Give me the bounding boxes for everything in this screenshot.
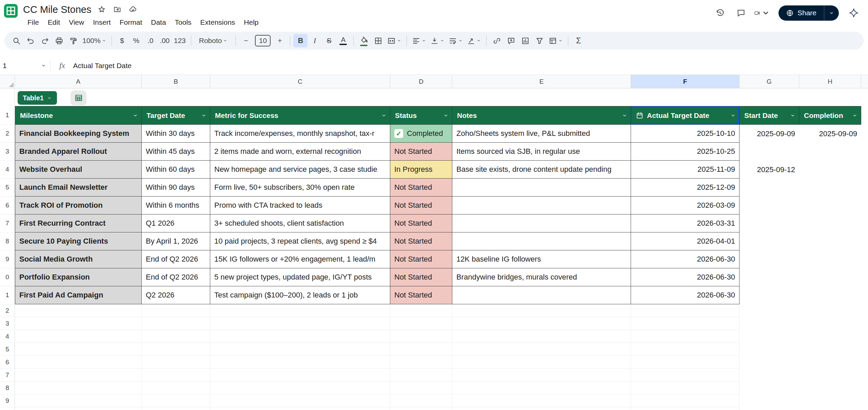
empty-cell[interactable] bbox=[452, 304, 631, 317]
search-button[interactable] bbox=[9, 34, 23, 47]
cell-completion[interactable] bbox=[799, 143, 861, 161]
empty-cell[interactable] bbox=[210, 356, 390, 369]
table-header-notes[interactable]: Notes bbox=[452, 106, 631, 125]
empty-cell[interactable] bbox=[210, 382, 390, 394]
cell-start-date[interactable] bbox=[739, 268, 799, 286]
column-header-C[interactable]: C bbox=[210, 75, 390, 88]
text-color-button[interactable]: A bbox=[336, 34, 350, 47]
empty-cell[interactable] bbox=[452, 317, 631, 330]
empty-cell[interactable] bbox=[142, 382, 210, 394]
cell-actual-target-date[interactable]: 2025-11-09 bbox=[631, 161, 739, 179]
empty-cell[interactable] bbox=[390, 382, 452, 394]
font-size-button[interactable]: 10 bbox=[253, 34, 273, 47]
cell-metric[interactable]: Form live, 50+ subscribers, 30% open rat… bbox=[210, 179, 390, 197]
cell-target-date[interactable]: By April 1, 2026 bbox=[142, 232, 210, 250]
cell-status[interactable]: Not Started bbox=[390, 214, 452, 232]
empty-cell[interactable] bbox=[15, 394, 142, 407]
cell-start-date[interactable] bbox=[739, 143, 799, 161]
meet-camera-button[interactable] bbox=[754, 5, 770, 21]
empty-cell[interactable] bbox=[631, 369, 739, 382]
empty-cell[interactable] bbox=[631, 356, 739, 369]
table-header-status[interactable]: Status bbox=[390, 106, 452, 125]
column-header-D[interactable]: D bbox=[390, 75, 452, 88]
cell-notes[interactable] bbox=[452, 197, 631, 214]
font-family-button[interactable]: Roboto bbox=[194, 34, 233, 47]
menu-data[interactable]: Data bbox=[146, 17, 170, 27]
cell-milestone[interactable]: Launch Email Newsletter bbox=[15, 179, 142, 197]
cell-start-date[interactable] bbox=[739, 250, 799, 268]
empty-cell[interactable] bbox=[210, 304, 390, 317]
empty-cell[interactable] bbox=[142, 407, 210, 410]
row-header-9[interactable]: 9 bbox=[0, 250, 15, 268]
empty-cell[interactable] bbox=[210, 407, 390, 410]
zoom-button[interactable]: 100% bbox=[80, 34, 108, 47]
empty-cell[interactable] bbox=[142, 394, 210, 407]
paint-format-button[interactable] bbox=[66, 34, 80, 47]
cell-completion[interactable] bbox=[799, 286, 861, 304]
empty-cell[interactable] bbox=[390, 304, 452, 317]
cell-metric[interactable]: 3+ scheduled shoots, client satisfaction bbox=[210, 214, 390, 232]
row-header[interactable]: 8 bbox=[0, 382, 15, 394]
empty-cell[interactable] bbox=[390, 317, 452, 330]
version-history-button[interactable] bbox=[712, 5, 728, 21]
text-wrap-button[interactable] bbox=[447, 34, 465, 47]
empty-cell[interactable] bbox=[390, 369, 452, 382]
cell-start-date[interactable] bbox=[739, 179, 799, 197]
empty-cell[interactable] bbox=[142, 317, 210, 330]
table-header-target-date[interactable]: Target Date bbox=[142, 106, 210, 125]
row-header[interactable] bbox=[0, 407, 15, 410]
cell-target-date[interactable]: Within 45 days bbox=[142, 143, 210, 161]
bold-button[interactable]: B bbox=[293, 34, 308, 47]
select-all-corner[interactable] bbox=[0, 75, 15, 88]
empty-cell[interactable] bbox=[210, 369, 390, 382]
row-header[interactable]: 6 bbox=[0, 356, 15, 369]
empty-cell[interactable] bbox=[142, 304, 210, 317]
menu-help[interactable]: Help bbox=[239, 17, 263, 27]
comments-button[interactable] bbox=[733, 5, 749, 21]
cell-metric[interactable]: 2 items made and worn, external recognit… bbox=[210, 143, 390, 161]
cell-target-date[interactable]: End of Q2 2026 bbox=[142, 250, 210, 268]
text-rotation-button[interactable] bbox=[465, 34, 483, 47]
empty-cell[interactable] bbox=[390, 394, 452, 407]
cell-start-date[interactable] bbox=[739, 214, 799, 232]
cell-status[interactable]: Not Started bbox=[390, 250, 452, 268]
empty-cell[interactable] bbox=[452, 356, 631, 369]
cell-target-date[interactable]: Q2 2026 bbox=[142, 286, 210, 304]
cell-actual-target-date[interactable]: 2026-03-31 bbox=[631, 214, 739, 232]
cell-actual-target-date[interactable]: 2025-10-10 bbox=[631, 125, 739, 143]
cell-status[interactable]: Not Started bbox=[390, 232, 452, 250]
cell-milestone[interactable]: Website Overhaul bbox=[15, 161, 142, 179]
row-header-7[interactable]: 7 bbox=[0, 214, 15, 232]
format-percent-button[interactable]: % bbox=[129, 34, 143, 47]
sheets-logo-icon[interactable] bbox=[3, 3, 18, 18]
cell-notes[interactable]: Items sourced via SJB, in regular use bbox=[452, 143, 631, 161]
empty-cell[interactable] bbox=[15, 343, 142, 356]
row-header-5[interactable]: 5 bbox=[0, 179, 15, 197]
row-header-8[interactable]: 8 bbox=[0, 232, 15, 250]
cell-notes[interactable]: Brandywine bridges, murals covered bbox=[452, 268, 631, 286]
cell-target-date[interactable]: Within 90 days bbox=[142, 179, 210, 197]
cell-actual-target-date[interactable]: 2026-06-30 bbox=[631, 286, 739, 304]
row-header-11[interactable]: 1 bbox=[0, 286, 15, 304]
cell-completion[interactable] bbox=[799, 268, 861, 286]
cell-milestone[interactable]: Secure 10 Paying Clients bbox=[15, 232, 142, 250]
cell-target-date[interactable]: Within 6 months bbox=[142, 197, 210, 214]
empty-cell[interactable] bbox=[15, 317, 142, 330]
cell-status[interactable]: Not Started bbox=[390, 143, 452, 161]
empty-cell[interactable] bbox=[452, 369, 631, 382]
cell-actual-target-date[interactable]: 2026-03-09 bbox=[631, 197, 739, 214]
table-name-chip[interactable]: Table1 bbox=[18, 91, 57, 105]
document-title[interactable]: CC Mile Stones bbox=[23, 4, 91, 15]
insert-comment-button[interactable] bbox=[504, 34, 518, 47]
merge-cells-button[interactable] bbox=[385, 34, 403, 47]
format-currency-button[interactable]: $ bbox=[115, 34, 129, 47]
menu-format[interactable]: Format bbox=[115, 17, 147, 27]
empty-cell[interactable] bbox=[631, 382, 739, 394]
table-views-button[interactable] bbox=[547, 34, 565, 47]
row-header[interactable]: 7 bbox=[0, 369, 15, 382]
column-header-H[interactable]: H bbox=[799, 75, 861, 88]
cell-metric[interactable]: 5 new project types, updated page, IG/YT… bbox=[210, 268, 390, 286]
empty-cell[interactable] bbox=[142, 356, 210, 369]
cell-completion[interactable] bbox=[799, 232, 861, 250]
decrease-decimal-button[interactable]: .0 bbox=[143, 34, 158, 47]
